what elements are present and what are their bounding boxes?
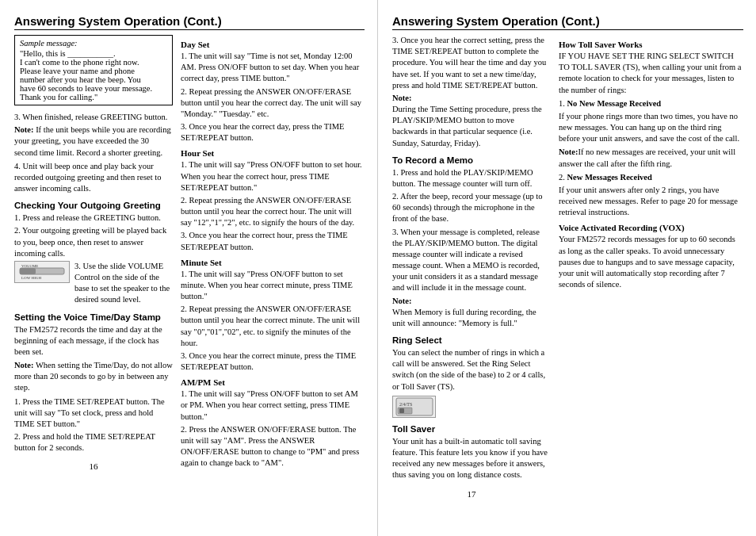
section-toll-title: Toll Saver: [392, 424, 551, 434]
voice-body: The FM2572 records the time and day at t…: [14, 324, 173, 358]
minute-set-title: Minute Set: [181, 258, 365, 267]
left-page-number: 16: [14, 461, 173, 471]
ampm-item-1: 1. The unit will say "Press ON/OFF butto…: [181, 389, 365, 423]
svg-text:VOLUME: VOLUME: [21, 264, 38, 268]
ring-body: You can select the number of rings in wh…: [392, 347, 551, 392]
new-msg-heading: 2. New Messages Received: [559, 172, 743, 183]
memo-item-2: 2. After the beep, record your message (…: [392, 191, 551, 225]
checking-item-3: 3. Use the slide VOLUME Control on the s…: [74, 261, 173, 306]
no-new-msg-heading: 1. No New Message Received: [559, 98, 743, 109]
no-new-msg-body: If your phone rings more than two times,…: [559, 111, 743, 145]
hour-item-1: 1. The unit will say "Press ON/OFF butto…: [181, 159, 365, 193]
ring-image-row: 2/4/TS: [392, 396, 551, 418]
voice-item-1: 1. Press the TIME SET/REPEAT button. The…: [14, 396, 173, 431]
ampm-item-2: 2. Press the ANSWER ON/OFF/ERASE button.…: [181, 424, 365, 469]
day-item-2: 2. Repeat pressing the ANSWER ON/OFF/ERA…: [181, 86, 365, 121]
ring-select-image: 2/4/TS: [392, 396, 436, 418]
voice-note: Note: When setting the Time/Day, do not …: [14, 360, 173, 394]
hour-item-2: 2. Repeat pressing the ANSWER ON/OFF/ERA…: [181, 195, 365, 229]
section-memo-title: To Record a Memo: [392, 155, 551, 165]
right-col-right: How Toll Saver Works IF YOU HAVE SET THE…: [559, 35, 743, 499]
vox-title: Voice Activated Recording (VOX): [559, 223, 743, 232]
voice-item-2: 2. Press and hold the TIME SET/REPEAT bu…: [14, 431, 173, 454]
checking-item-2: 2. Your outgoing greeting will be played…: [14, 225, 173, 259]
section-ring-title: Ring Select: [392, 335, 551, 345]
memo-item-3: 3. When your message is completed, relea…: [392, 227, 551, 294]
svg-text:2/4/TS: 2/4/TS: [399, 402, 412, 407]
left-page-title: Answering System Operation (Cont.): [14, 14, 365, 30]
section-checking-title: Checking Your Outgoing Greeting: [14, 201, 173, 210]
svg-rect-1: [20, 268, 36, 274]
section-voice-title: Setting the Voice Time/Day Stamp: [14, 312, 173, 322]
right-col-left: 3. Once you hear the correct setting, pr…: [392, 35, 551, 499]
day-item-1: 1. The unit will say "Time is not set, M…: [181, 51, 365, 85]
left-col-right: Day Set 1. The unit will say "Time is no…: [181, 35, 365, 471]
minute-item-2: 2. Repeat pressing the ANSWER ON/OFF/ERA…: [181, 304, 365, 349]
note-1: Note: If the unit beeps while you are re…: [14, 124, 173, 159]
sample-message-box: Sample message: "Hello, this is ________…: [14, 35, 173, 105]
page-container: Answering System Operation (Cont.) Sampl…: [0, 0, 756, 536]
volume-image: VOLUME LOW HIGH: [14, 261, 70, 283]
minute-item-1: 1. The unit will say "Press ON/OFF butto…: [181, 269, 365, 303]
right-note-2: Note:When Memory is full during recordin…: [392, 296, 551, 330]
svg-text:LOW   HIGH: LOW HIGH: [21, 276, 41, 280]
left-col-left: Sample message: "Hello, this is ________…: [14, 35, 173, 471]
day-set-title: Day Set: [181, 40, 365, 49]
toll-body: Your unit has a built-in automatic toll …: [392, 436, 551, 481]
vox-body: Your FM2572 records messages for up to 6…: [559, 234, 743, 290]
body-text-2: 4. Unit will beep once and play back you…: [14, 161, 173, 195]
ampm-set-title: AM/PM Set: [181, 377, 365, 387]
right-page-number: 17: [392, 489, 551, 499]
sample-label: Sample message:: [20, 39, 167, 48]
left-page: Answering System Operation (Cont.) Sampl…: [0, 0, 378, 536]
volume-image-row: VOLUME LOW HIGH 3. Use the slide VOLUME …: [14, 261, 173, 306]
day-item-3: 3. Once you hear the correct day, press …: [181, 121, 365, 144]
checking-item-1: 1. Press and release the GREETING button…: [14, 212, 173, 224]
right-note-1: Note:During the Time Setting procedure, …: [392, 93, 551, 149]
body-text-1: 3. When finished, release GREETING butto…: [14, 112, 173, 123]
memo-item-1: 1. Press and hold the PLAY/SKIP/MEMO but…: [392, 167, 551, 190]
new-msg-body: If your unit answers after only 2 rings,…: [559, 185, 743, 219]
hour-set-title: Hour Set: [181, 148, 365, 158]
no-new-msg-note: Note:If no new messages are received, yo…: [559, 147, 743, 169]
how-toll-title: How Toll Saver Works: [559, 40, 743, 49]
right-body-1: 3. Once you hear the correct setting, pr…: [392, 35, 551, 91]
right-page: Answering System Operation (Cont.) 3. On…: [378, 0, 756, 536]
sample-text: "Hello, this is ___________.I can't come…: [20, 49, 167, 101]
how-toll-body: IF YOU HAVE SET THE RING SELECT SWITCH T…: [559, 51, 743, 96]
svg-rect-7: [399, 408, 404, 413]
right-page-title: Answering System Operation (Cont.): [392, 14, 743, 30]
minute-item-3: 3. Once you hear the correct minute, pre…: [181, 350, 365, 373]
hour-item-3: 3. Once you hear the correct hour, press…: [181, 230, 365, 252]
